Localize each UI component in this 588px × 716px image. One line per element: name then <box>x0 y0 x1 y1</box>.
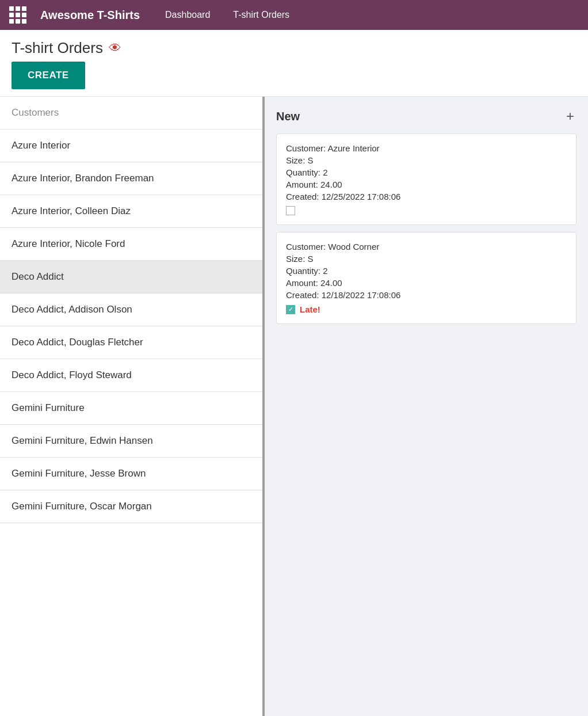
nav-dashboard[interactable]: Dashboard <box>161 7 215 22</box>
sidebar: Customers Azure InteriorAzure Interior, … <box>0 97 265 716</box>
sidebar-item[interactable]: Gemini Furniture, Edwin Hansen <box>0 425 262 458</box>
sidebar-item[interactable]: Azure Interior, Nicole Ford <box>0 228 262 261</box>
card-created: Created: 12/25/2022 17:08:06 <box>286 192 567 201</box>
eye-icon[interactable]: 👁 <box>109 41 121 56</box>
kanban-card[interactable]: Customer: Wood Corner Size: S Quantity: … <box>276 232 576 324</box>
page-title: T-shirt Orders <box>12 39 103 57</box>
sidebar-item[interactable]: Deco Addict, Addison Olson <box>0 294 262 326</box>
card-checkbox[interactable] <box>286 206 295 215</box>
card-quantity: Quantity: 2 <box>286 266 567 276</box>
sidebar-item[interactable]: Deco Addict, Douglas Fletcher <box>0 326 262 359</box>
sidebar-item[interactable]: Gemini Furniture, Jesse Brown <box>0 458 262 490</box>
card-customer: Customer: Azure Interior <box>286 143 567 153</box>
card-customer: Customer: Wood Corner <box>286 242 567 252</box>
sidebar-item[interactable]: Azure Interior, Colleen Diaz <box>0 195 262 228</box>
card-amount: Amount: 24.00 <box>286 278 567 288</box>
page-header: T-shirt Orders 👁 <box>0 30 588 62</box>
sidebar-item[interactable]: Deco Addict, Floyd Steward <box>0 359 262 392</box>
card-checkbox[interactable]: ✓ <box>286 305 295 314</box>
sidebar-item[interactable]: Deco Addict <box>0 261 262 294</box>
kanban-card[interactable]: Customer: Azure Interior Size: S Quantit… <box>276 134 576 225</box>
right-panel: New + Customer: Azure Interior Size: S Q… <box>265 97 588 716</box>
sidebar-item[interactable]: Azure Interior, Brandon Freeman <box>0 162 262 195</box>
card-checkbox-row: ✓ Late! <box>286 304 567 314</box>
nav-tshirt-orders[interactable]: T-shirt Orders <box>228 7 294 22</box>
brand-name: Awesome T-Shirts <box>40 9 140 22</box>
top-navigation: Awesome T-Shirts Dashboard T-shirt Order… <box>0 0 588 30</box>
sidebar-item[interactable]: Azure Interior <box>0 130 262 162</box>
card-created: Created: 12/18/2022 17:08:06 <box>286 290 567 300</box>
card-size: Size: S <box>286 254 567 264</box>
kanban-column-title: New <box>276 110 300 123</box>
late-label: Late! <box>300 304 320 314</box>
card-amount: Amount: 24.00 <box>286 180 567 189</box>
card-quantity: Quantity: 2 <box>286 167 567 177</box>
main-layout: Customers Azure InteriorAzure Interior, … <box>0 97 588 716</box>
grid-menu-icon[interactable] <box>9 6 26 24</box>
sidebar-item[interactable]: Gemini Furniture <box>0 392 262 425</box>
card-checkbox-row <box>286 206 567 215</box>
kanban-column-header: New + <box>276 108 576 124</box>
kanban-add-button[interactable]: + <box>564 108 576 124</box>
sidebar-header: Customers <box>0 97 262 130</box>
sidebar-item[interactable]: Gemini Furniture, Oscar Morgan <box>0 490 262 523</box>
card-size: Size: S <box>286 155 567 165</box>
create-button[interactable]: CREATE <box>12 62 85 89</box>
